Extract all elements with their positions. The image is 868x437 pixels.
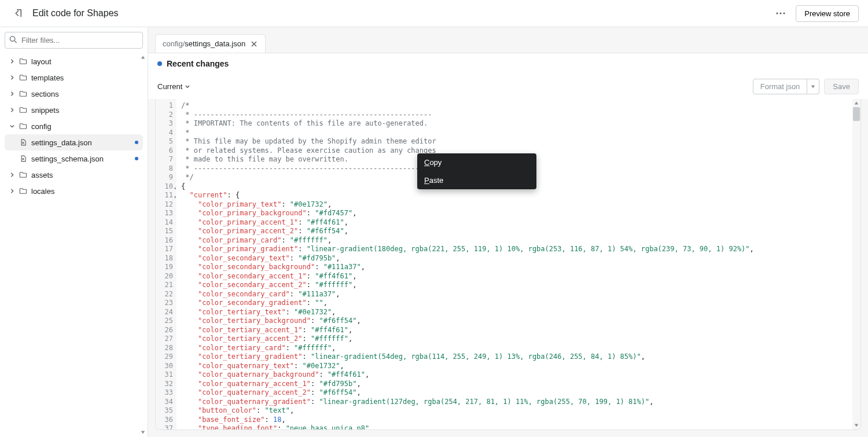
line-number: 31 [156, 370, 173, 380]
code-line[interactable]: "color_quaternary_background": "#ff4f61"… [181, 370, 856, 380]
code-line[interactable]: "color_secondary_gradient": "", [181, 299, 856, 308]
code-line[interactable]: "color_quaternary_accent_2": "#f6ff54", [181, 388, 856, 398]
sidebar-scroll-up[interactable] [139, 54, 146, 61]
code-line[interactable]: "color_primary_gradient": "linear-gradie… [181, 245, 856, 254]
code-line[interactable]: /* [181, 101, 856, 111]
code-line[interactable]: "color_primary_card": "#ffffff", [181, 236, 856, 245]
folder-locales[interactable]: locales [5, 183, 143, 199]
line-number: 8 [156, 164, 173, 174]
code-line[interactable]: "current": { [181, 191, 856, 200]
header: Edit code for Shapes Preview store [0, 0, 868, 27]
scrollbar-down[interactable] [852, 421, 860, 429]
item-label: layout [31, 57, 52, 66]
version-label: Current [157, 82, 182, 91]
code-line[interactable]: * --------------------------------------… [181, 111, 856, 120]
back-button[interactable] [9, 5, 25, 21]
code-line[interactable]: "color_primary_accent_1": "#ff4f61", [181, 218, 856, 227]
line-number: 32 [156, 380, 173, 389]
folder-layout[interactable]: layout [5, 53, 143, 69]
code-content[interactable]: /* * -----------------------------------… [176, 99, 860, 429]
line-number: 2 [156, 111, 173, 120]
line-number: 36 [156, 416, 173, 425]
code-line[interactable]: "button_color": "text", [181, 406, 856, 416]
code-line[interactable]: * IMPORTANT: The contents of this file a… [181, 119, 856, 128]
line-number: 6 [156, 146, 173, 156]
file-settings-schema-json[interactable]: settings_schema.json [5, 150, 143, 167]
code-line[interactable]: "color_secondary_text": "#fd795b", [181, 254, 856, 263]
recent-changes-label: Recent changes [167, 59, 229, 68]
scrollbar-up[interactable] [852, 99, 860, 107]
code-line[interactable]: "color_primary_accent_2": "#f6ff54", [181, 227, 856, 236]
line-number: 10▾ [156, 182, 173, 192]
sidebar: layouttemplatessectionssnippetsconfigset… [0, 27, 148, 437]
code-line[interactable]: "color_quaternary_text": "#0e1732", [181, 362, 856, 371]
format-dropdown-button[interactable] [807, 79, 819, 94]
context-menu-copy[interactable]: Copy [417, 153, 536, 171]
line-number: 37 [156, 424, 173, 430]
folder-icon [19, 57, 28, 66]
code-line[interactable]: "color_primary_text": "#0e1732", [181, 200, 856, 210]
format-json-button[interactable]: Format json [753, 79, 808, 94]
editor-scrollbar[interactable] [852, 99, 860, 429]
code-line[interactable]: "color_tertiary_card": "#ffffff", [181, 344, 856, 353]
code-line[interactable]: "color_secondary_background": "#111a37", [181, 263, 856, 272]
line-number: 9 [156, 173, 173, 182]
folder-icon [19, 122, 28, 131]
save-button[interactable]: Save [824, 79, 859, 94]
modified-indicator [135, 157, 138, 160]
svg-point-0 [777, 12, 778, 14]
code-line[interactable]: "color_secondary_card": "#111a37", [181, 290, 856, 299]
chevron-down-icon [9, 123, 15, 129]
folder-config[interactable]: config [5, 118, 143, 134]
code-line[interactable]: "color_tertiary_background": "#f6ff54", [181, 317, 856, 326]
file-settings-data-json[interactable]: settings_data.json [5, 134, 143, 150]
line-number: 23 [156, 299, 173, 308]
toolbar: Current Format json Save [148, 74, 868, 99]
code-line[interactable]: "color_tertiary_accent_1": "#ff4f61", [181, 326, 856, 335]
code-editor[interactable]: 12345678910▾11▾1213141516171819202122232… [155, 99, 861, 430]
filter-files-input[interactable] [5, 32, 143, 49]
code-file-icon [19, 138, 28, 147]
line-number: 7 [156, 155, 173, 164]
code-line[interactable]: * [181, 128, 856, 138]
chevron-right-icon [9, 107, 15, 113]
folder-icon [19, 89, 28, 98]
code-line[interactable]: "base_font_size": 18, [181, 416, 856, 425]
version-dropdown[interactable]: Current [157, 82, 190, 91]
code-line[interactable]: "color_secondary_accent_2": "#ffffff", [181, 281, 856, 290]
fold-marker-icon[interactable]: ▾ [174, 193, 176, 202]
code-line[interactable]: * This file may be updated by the Shopif… [181, 137, 856, 146]
line-number: 25 [156, 317, 173, 326]
code-line[interactable]: "color_tertiary_accent_2": "#ffffff", [181, 335, 856, 344]
line-number: 17 [156, 245, 173, 254]
code-line[interactable]: "color_primary_background": "#fd7457", [181, 209, 856, 218]
caret-down-icon [811, 85, 815, 89]
folder-assets[interactable]: assets [5, 167, 143, 183]
context-menu-paste[interactable]: Paste [417, 171, 536, 189]
code-line[interactable]: "color_tertiary_gradient": "linear-gradi… [181, 352, 856, 362]
svg-point-2 [784, 12, 785, 14]
chevron-down-icon [185, 84, 190, 90]
code-line[interactable]: "type_heading_font": "neue_haas_unica_n8… [181, 424, 856, 429]
line-number: 12 [156, 200, 173, 210]
line-number: 19 [156, 263, 173, 272]
sidebar-scroll-down[interactable] [139, 429, 146, 436]
fold-marker-icon[interactable]: ▾ [174, 184, 176, 193]
code-line[interactable]: "color_quaternary_gradient": "linear-gra… [181, 398, 856, 407]
main-area: config/settings_data.json Recent changes… [148, 27, 868, 437]
item-label: sections [31, 90, 59, 98]
tab-bar: config/settings_data.json [148, 27, 868, 53]
more-button[interactable] [773, 5, 789, 21]
code-line[interactable]: "color_quaternary_accent_1": "#fd795b", [181, 380, 856, 389]
scrollbar-thumb[interactable] [853, 107, 860, 121]
folder-snippets[interactable]: snippets [5, 102, 143, 118]
tab-settings-data[interactable]: config/settings_data.json [155, 34, 266, 53]
preview-store-button[interactable]: Preview store [796, 5, 859, 22]
modified-indicator [135, 141, 138, 144]
item-label: settings_schema.json [31, 155, 104, 163]
folder-templates[interactable]: templates [5, 69, 143, 86]
folder-sections[interactable]: sections [5, 86, 143, 102]
code-line[interactable]: "color_secondary_accent_1": "#ff4f61", [181, 272, 856, 281]
tab-close-button[interactable] [250, 40, 258, 48]
code-line[interactable]: "color_tertiary_text": "#0e1732", [181, 308, 856, 317]
